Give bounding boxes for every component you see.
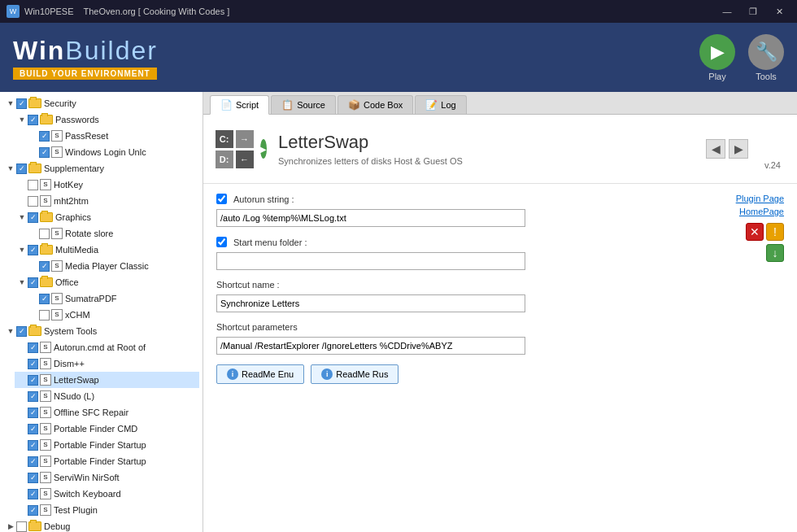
tree-node-security[interactable]: ▼ ✓ Security ▼ ✓ Passwords (3, 95, 199, 160)
tree-node-supplementary[interactable]: ▼ ✓ Supplementary S HotKey (3, 160, 199, 323)
tree-node-passreset[interactable]: ✓ S PassReset (26, 128, 199, 144)
tab-codebox[interactable]: 📦 Code Box (338, 95, 413, 114)
tree-node-dismpp[interactable]: ✓ S Dism++ (15, 355, 199, 372)
expander-systemtools[interactable]: ▼ (5, 325, 16, 337)
tree-node-portablefinder1[interactable]: ✓ S Portable Finder Startup (15, 437, 199, 453)
autorun-input[interactable] (216, 209, 525, 227)
startmenu-checkbox[interactable] (216, 237, 227, 247)
checkbox-multimedia[interactable]: ✓ (28, 245, 38, 255)
tree-node-mht2htm[interactable]: S mht2htm (15, 193, 199, 209)
tree-node-multimedia[interactable]: ▼ ✓ MultiMedia ✓ S (15, 242, 199, 274)
checkbox-passreset[interactable]: ✓ (39, 131, 50, 142)
play-tool[interactable]: ▶ Play (699, 34, 735, 81)
tools-tool[interactable]: 🔧 Tools (748, 34, 784, 81)
tree-node-letterswap[interactable]: ✓ S LetterSwap (15, 372, 199, 388)
checkbox-switchkeyboard[interactable]: ✓ (28, 489, 38, 499)
checkbox-passwords[interactable]: ✓ (28, 115, 38, 125)
tree-node-winlogin[interactable]: ✓ S Windows Login Unlc (26, 144, 199, 160)
tab-source-label: Source (297, 100, 325, 110)
maximize-button[interactable]: ❐ (742, 3, 764, 20)
tree-node-xchm[interactable]: S xCHM (26, 307, 199, 323)
minimize-button[interactable]: — (716, 3, 738, 20)
expander-office[interactable]: ▼ (16, 277, 28, 288)
tree-node-office[interactable]: ▼ ✓ Office ✓ S (15, 274, 199, 323)
expander-security[interactable]: ▼ (5, 98, 16, 109)
checkbox-hotkey[interactable] (28, 180, 38, 190)
checkbox-autorun[interactable]: ✓ (28, 342, 38, 353)
expander-switchkeyboard (16, 488, 28, 499)
expander-debug[interactable]: ▶ (5, 521, 16, 532)
script-header: C: → D: ← ▶ LetterSwap Synchronizes (203, 115, 797, 184)
checkbox-serviwin[interactable]: ✓ (28, 473, 38, 483)
script-icon-portablefinder2: S (40, 456, 51, 467)
expander-graphics[interactable]: ▼ (16, 211, 28, 223)
tree-node-offlinesfcrepair[interactable]: ✓ S Offline SFC Repair (15, 404, 199, 421)
nav-prev-button[interactable]: ◀ (706, 139, 725, 159)
action-btn-red[interactable]: ✕ (746, 223, 764, 241)
checkbox-office[interactable]: ✓ (28, 277, 38, 288)
expander-supplementary[interactable]: ▼ (5, 163, 16, 174)
tab-script[interactable]: 📄 Script (210, 95, 269, 115)
checkbox-mht2htm[interactable] (28, 196, 38, 207)
label-systemtools: System Tools (44, 324, 97, 338)
plugin-page-link[interactable]: Plugin Page (736, 194, 784, 203)
tree-node-systemtools[interactable]: ▼ ✓ System Tools ✓ S Autorun.cmd at Root… (3, 323, 199, 518)
tree-node-portablefinder2[interactable]: ✓ S Portable Finder Startup (15, 453, 199, 469)
tab-script-label: Script (236, 100, 259, 110)
shortcut-name-input[interactable] (216, 294, 525, 312)
checkbox-mpc[interactable]: ✓ (39, 261, 50, 272)
checkbox-security[interactable]: ✓ (16, 98, 27, 109)
startmenu-input[interactable] (216, 252, 525, 270)
checkbox-testplugin[interactable]: ✓ (28, 505, 38, 516)
checkbox-dismpp[interactable]: ✓ (28, 359, 38, 369)
checkbox-letterswap[interactable]: ✓ (28, 375, 38, 386)
tree-node-testplugin[interactable]: ✓ S Test Plugin (15, 502, 199, 518)
checkbox-supplementary[interactable]: ✓ (16, 164, 27, 174)
checkbox-debug[interactable] (16, 521, 27, 532)
autorun-input-row (216, 209, 784, 227)
checkbox-portablefinder2[interactable]: ✓ (28, 456, 38, 467)
info-icon-rus: i (321, 368, 333, 380)
tab-log[interactable]: 📝 Log (415, 95, 466, 114)
expander-passwords[interactable]: ▼ (16, 114, 28, 125)
sidebar[interactable]: ▼ ✓ Security ▼ ✓ Passwords (0, 92, 203, 532)
checkbox-systemtools[interactable]: ✓ (16, 326, 27, 337)
nav-next-button[interactable]: ▶ (729, 139, 748, 159)
readme-rus-label: ReadMe Rus (336, 369, 388, 379)
readme-enu-button[interactable]: i ReadMe Enu (216, 364, 304, 384)
tree-node-graphics[interactable]: ▼ ✓ Graphics S (15, 209, 199, 242)
tab-source[interactable]: 📋 Source (271, 95, 336, 114)
checkbox-graphics[interactable]: ✓ (28, 212, 38, 223)
tree-node-passwords[interactable]: ▼ ✓ Passwords ✓ S (15, 111, 199, 160)
checkbox-portablefinder1[interactable]: ✓ (28, 440, 38, 451)
tree-node-portablefindercmd[interactable]: ✓ S Portable Finder CMD (15, 421, 199, 437)
action-btn-orange[interactable]: ! (766, 223, 784, 241)
shortcut-params-input[interactable] (216, 337, 525, 355)
checkbox-offlinesfcrepair[interactable]: ✓ (28, 408, 38, 418)
checkbox-winlogin[interactable]: ✓ (39, 147, 50, 158)
checkbox-rotateslore[interactable] (39, 229, 50, 239)
tree-node-nsudo[interactable]: ✓ S NSudo (L) (15, 388, 199, 404)
autorun-checkbox[interactable] (216, 194, 227, 204)
home-page-link[interactable]: HomePage (739, 207, 784, 216)
readme-rus-button[interactable]: i ReadMe Rus (311, 364, 398, 384)
tree-node-serviwin[interactable]: ✓ S ServiWin NirSoft (15, 469, 199, 486)
action-btn-green[interactable]: ↓ (766, 244, 784, 262)
checkbox-xchm[interactable] (39, 310, 50, 321)
autorun-label: Autorun string : (233, 194, 294, 204)
tree-node-rotateslore[interactable]: S Rotate slore (26, 225, 199, 242)
tree-node-hotkey[interactable]: S HotKey (15, 177, 199, 193)
tree-node-debug[interactable]: ▶ Debug (3, 518, 199, 532)
tree-node-autorun[interactable]: ✓ S Autorun.cmd at Root of (15, 339, 199, 355)
shortcut-params-section: Shortcut parameters (216, 322, 784, 355)
tree-node-mpc[interactable]: ✓ S Media Player Classic (26, 258, 199, 274)
checkbox-sumatrapdf[interactable]: ✓ (39, 294, 50, 304)
tree-node-sumatrapdf[interactable]: ✓ S SumatraPDF (26, 290, 199, 307)
checkbox-nsudo[interactable]: ✓ (28, 391, 38, 402)
expander-multimedia[interactable]: ▼ (16, 244, 28, 255)
checkbox-portablefindercmd[interactable]: ✓ (28, 424, 38, 434)
close-button[interactable]: ✕ (768, 3, 790, 20)
play-small-button[interactable]: ▶ (260, 139, 267, 159)
tree-node-switchkeyboard[interactable]: ✓ S Switch Keyboard (15, 486, 199, 502)
shortcut-name-input-row (216, 294, 784, 312)
